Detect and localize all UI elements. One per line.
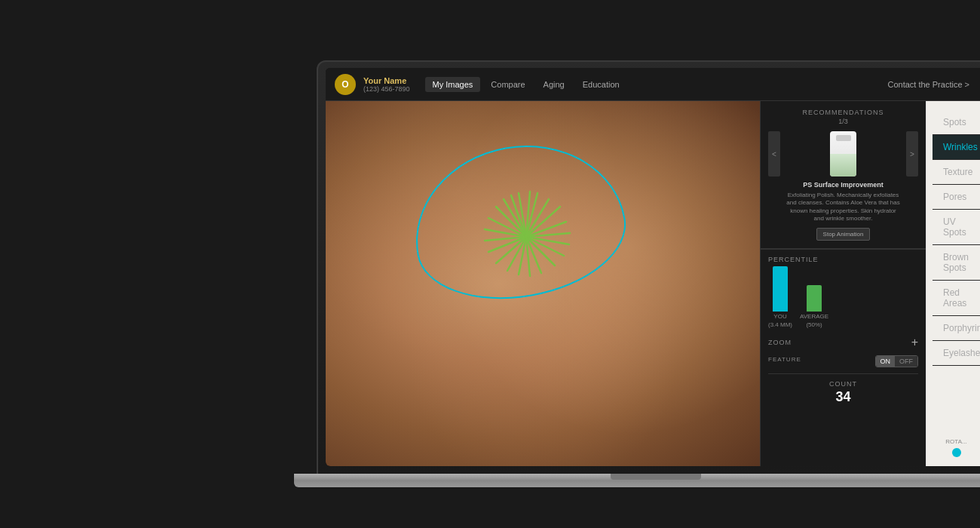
percentile-chart: YOU (3.4 MM) AVERAGE (50%)	[768, 268, 918, 328]
svg-line-7	[526, 207, 560, 237]
zoom-label: ZOOM	[768, 339, 792, 346]
wrinkle-lines	[443, 177, 609, 297]
nav-item-education[interactable]: Education	[575, 77, 627, 92]
nav-item-compare[interactable]: Compare	[483, 77, 532, 92]
nav-menu: My Images Compare Aging Education Contac…	[425, 77, 977, 92]
rec-prev-button[interactable]: <	[768, 131, 780, 177]
toggle-off-button[interactable]: OFF	[895, 356, 917, 367]
stop-animation-button[interactable]: Stop Animation	[816, 228, 871, 241]
recommendations-section: RECOMMENDATIONS 1/3 < PS Surface Improve…	[761, 101, 926, 249]
app-logo: O	[335, 74, 356, 95]
laptop-wrapper: O Your Name (123) 456-7890 My Images Com…	[0, 0, 980, 528]
laptop-base	[294, 474, 980, 487]
avg-label: AVERAGE	[800, 313, 828, 320]
count-section: COUNT 34	[768, 373, 918, 405]
nav-user: Your Name (123) 456-7890	[363, 76, 410, 93]
feature-label: FEATURE	[768, 356, 801, 363]
count-label: COUNT	[768, 380, 918, 388]
avg-value: (50%)	[806, 321, 822, 328]
category-uv-spots[interactable]: UV Spots	[933, 210, 980, 245]
feature-toggle[interactable]: ON OFF	[875, 355, 919, 367]
rec-next-button[interactable]: >	[906, 131, 918, 177]
avg-bar	[807, 285, 822, 312]
feature-toggle-section: FEATURE ON OFF	[768, 355, 918, 367]
category-spots[interactable]: Spots	[933, 110, 980, 135]
laptop-base-notch	[611, 474, 701, 480]
user-name: Your Name	[363, 76, 410, 85]
rec-pagination: 1/3	[768, 118, 918, 125]
percentile-section: PERCENTILE YOU (3.4 MM)	[768, 256, 918, 328]
category-porphyrins[interactable]: Porphyrins	[933, 316, 980, 341]
product-image	[830, 131, 856, 177]
wrinkle-svg	[443, 177, 609, 297]
rotate-dot[interactable]	[952, 448, 961, 457]
far-right-sidebar: Spots Wrinkles Texture Pores UV Spots Br…	[926, 101, 980, 466]
nav-item-contact[interactable]: Contact the Practice >	[880, 77, 977, 92]
category-brown-spots[interactable]: Brown Spots	[933, 245, 980, 281]
zoom-plus-icon[interactable]: +	[911, 336, 918, 349]
app-container: O Your Name (123) 456-7890 My Images Com…	[326, 68, 980, 466]
recommendations-title: RECOMMENDATIONS	[768, 109, 918, 116]
count-value: 34	[768, 389, 918, 405]
nav-item-my-images[interactable]: My Images	[425, 77, 481, 92]
main-area: RECOMMENDATIONS 1/3 < PS Surface Improve…	[326, 101, 980, 466]
you-value: (3.4 MM)	[768, 321, 792, 328]
rotate-label: ROTA...	[945, 438, 966, 445]
you-bar-container: YOU (3.4 MM)	[768, 266, 792, 328]
user-phone: (123) 456-7890	[363, 85, 410, 93]
category-eyelashes[interactable]: Eyelashes	[933, 341, 980, 366]
rotate-control: ROTA...	[933, 438, 980, 457]
top-nav: O Your Name (123) 456-7890 My Images Com…	[326, 68, 980, 101]
category-red-areas[interactable]: Red Areas	[933, 281, 980, 316]
toggle-on-button[interactable]: ON	[876, 356, 896, 367]
you-bar	[773, 266, 788, 312]
rec-card: < PS Surface Improvement Exfoliating Pol…	[768, 131, 918, 241]
laptop-body: O Your Name (123) 456-7890 My Images Com…	[317, 60, 980, 475]
product-name: PS Surface Improvement	[803, 181, 884, 189]
nav-item-aging[interactable]: Aging	[536, 77, 572, 92]
right-panel: RECOMMENDATIONS 1/3 < PS Surface Improve…	[760, 101, 926, 466]
stats-area: PERCENTILE YOU (3.4 MM)	[761, 249, 926, 411]
you-label: YOU	[773, 313, 786, 320]
avg-bar-container: AVERAGE (50%)	[800, 285, 828, 328]
category-texture[interactable]: Texture	[933, 160, 980, 185]
rec-product: PS Surface Improvement Exfoliating Polis…	[786, 131, 900, 241]
zoom-section: ZOOM +	[768, 336, 918, 349]
percentile-label: PERCENTILE	[768, 256, 918, 263]
product-description: Exfoliating Polish. Mechanically exfolia…	[786, 192, 900, 223]
category-wrinkles[interactable]: Wrinkles	[933, 135, 980, 160]
image-area	[326, 101, 760, 466]
screen-bezel: O Your Name (123) 456-7890 My Images Com…	[326, 68, 980, 466]
category-pores[interactable]: Pores	[933, 185, 980, 210]
